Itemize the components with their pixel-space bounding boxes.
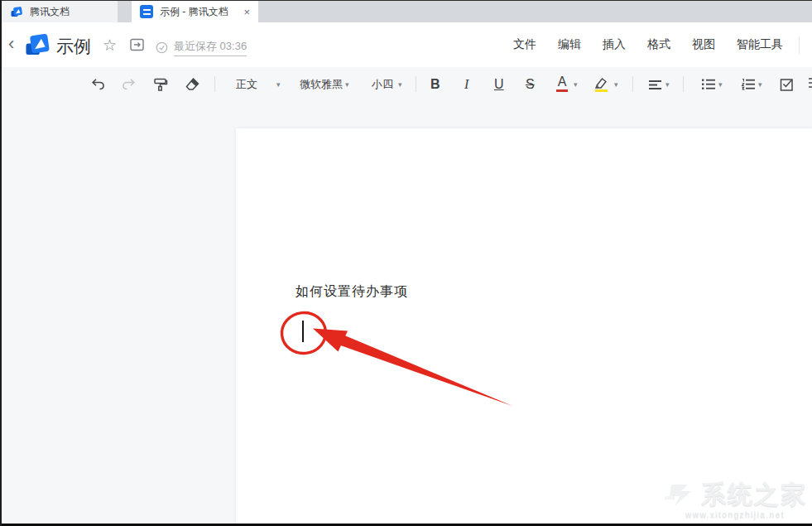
site-watermark: 系统之家 www.xitongzhijia.net <box>663 478 807 519</box>
font-family-select[interactable]: 微软雅黑 <box>300 67 343 101</box>
align-left-icon <box>648 79 662 90</box>
tencent-docs-logo-icon <box>10 6 23 18</box>
format-painter-icon[interactable] <box>152 67 168 101</box>
browser-tab-home[interactable]: 腾讯文档 <box>2 1 118 22</box>
chevron-down-icon[interactable]: ▾ <box>665 67 670 101</box>
checkbox-icon <box>780 77 795 91</box>
document-page[interactable] <box>236 128 812 526</box>
document-heading-text[interactable]: 如何设置待办事项 <box>295 283 408 301</box>
font-color-letter: A <box>558 76 567 88</box>
tab-title: 腾讯文档 <box>30 5 70 19</box>
bulleted-list-button[interactable] <box>701 67 716 101</box>
browser-tab-bar: 腾讯文档 示例 - 腾讯文档 × <box>2 1 812 22</box>
paragraph-style-select[interactable]: 正文 <box>236 67 257 101</box>
back-chevron-icon[interactable]: ‹ <box>8 34 14 54</box>
checklist-button[interactable] <box>780 67 795 101</box>
menu-smart-tools[interactable]: 智能工具 <box>737 37 783 52</box>
chevron-down-icon[interactable]: ▾ <box>758 67 762 101</box>
move-to-folder-icon[interactable] <box>130 38 145 51</box>
bulleted-list-icon <box>701 78 716 90</box>
chevron-down-icon[interactable]: ▾ <box>276 67 281 101</box>
window-top-edge <box>2 0 812 1</box>
document-title[interactable]: 示例 <box>56 35 91 58</box>
menu-file[interactable]: 文件 <box>513 37 536 52</box>
underline-button[interactable]: U <box>494 67 504 101</box>
strikethrough-button[interactable]: S <box>526 67 535 101</box>
font-color-swatch <box>556 89 568 92</box>
menu-view[interactable]: 视图 <box>692 37 715 52</box>
format-toolbar: 正文 ▾ 微软雅黑 ▾ 小四 ▾ B I U S A ▾ ▾ <box>2 67 812 101</box>
highlight-color-button[interactable] <box>594 67 608 101</box>
tencent-docs-logo-icon[interactable] <box>24 33 50 57</box>
tab-title: 示例 - 腾讯文档 <box>160 5 228 19</box>
header-divider <box>799 37 800 54</box>
browser-tab-document[interactable]: 示例 - 腾讯文档 × <box>132 1 258 22</box>
chevron-down-icon[interactable]: ▾ <box>574 67 578 101</box>
menu-edit[interactable]: 编辑 <box>558 37 581 52</box>
app-header: ‹ 示例 ☆ 最近保存 03:36 文件 编辑 插入 <box>2 22 812 67</box>
document-tab-icon <box>140 5 153 18</box>
redo-icon[interactable] <box>121 67 137 101</box>
toolbar-overflow-icon[interactable] <box>809 78 812 89</box>
highlight-color-swatch <box>595 89 608 92</box>
font-color-button[interactable]: A <box>556 67 568 101</box>
chevron-down-icon[interactable]: ▾ <box>345 67 349 101</box>
xitongzhijia-logo <box>663 481 696 509</box>
chevron-down-icon[interactable]: ▾ <box>398 67 402 101</box>
save-status-text: 最近保存 03:36 <box>174 39 247 56</box>
numbered-list-icon <box>741 78 756 90</box>
save-status-group[interactable]: 最近保存 03:36 <box>156 39 247 56</box>
font-size-select[interactable]: 小四 <box>372 67 393 101</box>
toolbar-divider <box>683 76 684 92</box>
toolbar-divider <box>214 76 215 92</box>
toolbar-divider <box>416 76 416 92</box>
menu-insert[interactable]: 插入 <box>603 37 626 52</box>
watermark-site-name: 系统之家 <box>701 478 807 512</box>
app-window: 腾讯文档 示例 - 腾讯文档 × ‹ 示例 ☆ <box>0 0 812 526</box>
menu-format[interactable]: 格式 <box>647 37 670 52</box>
star-favorite-icon[interactable]: ☆ <box>103 36 117 55</box>
italic-button[interactable]: I <box>464 67 468 101</box>
numbered-list-button[interactable] <box>741 67 756 101</box>
highlighter-icon <box>594 77 608 89</box>
menu-bar: 文件 编辑 插入 格式 视图 智能工具 <box>513 22 783 67</box>
saved-check-icon <box>156 41 168 54</box>
clear-format-eraser-icon[interactable] <box>184 67 200 101</box>
text-align-button[interactable] <box>648 67 662 101</box>
chevron-down-icon[interactable]: ▾ <box>718 67 723 101</box>
bold-button[interactable]: B <box>430 67 440 101</box>
toolbar-divider <box>632 76 633 92</box>
undo-icon[interactable] <box>89 67 106 101</box>
text-cursor <box>302 321 304 342</box>
chevron-down-icon[interactable]: ▾ <box>614 67 618 101</box>
tab-close-icon[interactable]: × <box>238 6 250 18</box>
